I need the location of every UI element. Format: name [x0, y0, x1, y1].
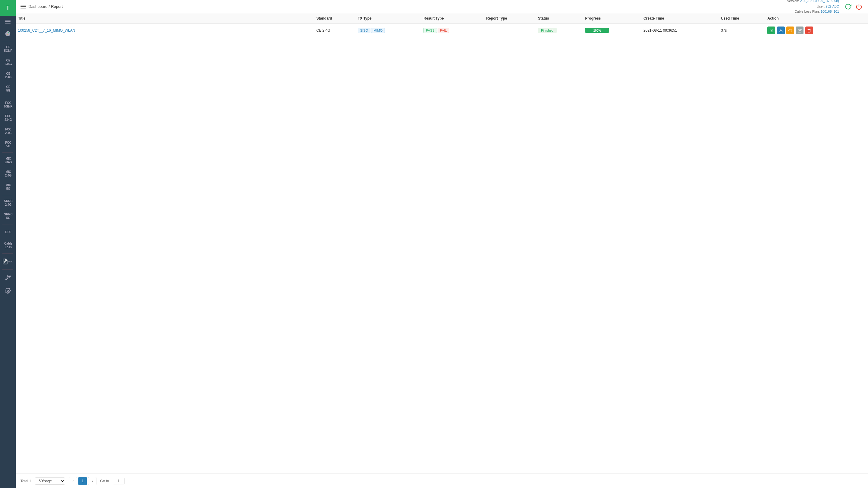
sidebar-item-ce-234g[interactable]: CE234G	[0, 56, 16, 69]
result-type-badge: FAIL	[438, 28, 450, 33]
col-title: Title	[16, 13, 314, 24]
cell-actions	[765, 24, 868, 37]
sidebar-item-mic-234g[interactable]: MIC234G	[0, 154, 16, 167]
table-header-row: Title Standard TX Type Result Type Repor…	[16, 13, 868, 24]
download-button[interactable]	[777, 27, 785, 34]
report-table: Title Standard TX Type Result Type Repor…	[16, 13, 868, 37]
user-label: User:	[817, 4, 825, 8]
header-version-info: Version: 2.0 (2021.09.29_16.02.58) User:…	[787, 0, 839, 14]
total-count: Total 1	[21, 479, 31, 483]
col-tx-type: TX Type	[355, 13, 421, 24]
sidebar-item-settings[interactable]	[0, 284, 16, 297]
cell-status: Finished	[535, 24, 583, 37]
power-button[interactable]	[855, 2, 863, 11]
cable-loss-value[interactable]: 100168_101	[821, 10, 839, 13]
cell-progress: 100%	[583, 24, 641, 37]
tx-type-badge: MIMO	[371, 28, 385, 33]
sidebar-item-tools[interactable]	[0, 271, 16, 284]
goto-label: Go to	[100, 479, 109, 483]
version-label: Version:	[787, 0, 799, 3]
pagination-footer: Total 1 50/page 10/page 20/page 100/page…	[16, 474, 868, 488]
col-create-time: Create Time	[641, 13, 718, 24]
progress-fill: 100%	[585, 28, 609, 33]
main-content: Dashboard / Report Version: 2.0 (2021.09…	[16, 0, 868, 488]
sidebar-item-dfs[interactable]: DFS	[0, 226, 16, 239]
sidebar-item-srrc-24g[interactable]: SRRC2.4G	[0, 196, 16, 210]
user-value[interactable]: 252-ABC	[826, 4, 839, 8]
breadcrumb: Dashboard / Report	[28, 4, 63, 9]
sidebar-item-srrc-5g[interactable]: SRRC5G	[0, 210, 16, 223]
edit-button[interactable]	[796, 27, 804, 34]
col-progress: Progress	[583, 13, 641, 24]
header-menu-icon[interactable]	[21, 5, 26, 8]
cell-title[interactable]: 100258_C24__7_16_MIMO_WLAN	[16, 24, 314, 37]
svg-point-1	[7, 33, 7, 33]
sidebar-item-doc[interactable]: DOC	[0, 255, 16, 268]
per-page-select[interactable]: 50/page 10/page 20/page 100/page	[35, 478, 65, 485]
app-logo: T	[0, 0, 16, 16]
cell-create-time: 2021-08-11 09:36:51	[641, 24, 718, 37]
view-button[interactable]	[767, 27, 775, 34]
cell-tx-type: SISOMIMO	[355, 24, 421, 37]
table-row: 100258_C24__7_16_MIMO_WLAN CE 2.4G SISOM…	[16, 24, 868, 37]
page-navigation: ‹ 1 ›	[69, 477, 96, 485]
sidebar-item-mic-24g[interactable]: MIC2.4G	[0, 167, 16, 181]
refresh-row-button[interactable]	[786, 27, 794, 34]
content-area: Title Standard TX Type Result Type Repor…	[16, 13, 868, 474]
col-report-type: Report Type	[484, 13, 535, 24]
cell-used-time: 37s	[718, 24, 765, 37]
status-badge: Finished	[538, 28, 557, 33]
menu-toggle-icon[interactable]	[0, 16, 16, 28]
report-table-container: Title Standard TX Type Result Type Repor…	[16, 13, 868, 37]
sidebar-item-mic-5g[interactable]: MIC5G	[0, 181, 16, 194]
header-actions	[844, 2, 863, 11]
next-page-button[interactable]: ›	[88, 477, 96, 485]
col-status: Status	[535, 13, 583, 24]
cell-report-type	[484, 24, 535, 37]
sidebar-item-fcc-234g[interactable]: FCC234G	[0, 111, 16, 125]
header: Dashboard / Report Version: 2.0 (2021.09…	[16, 0, 868, 13]
sidebar-item-fcc-24g[interactable]: FCC2.4G	[0, 125, 16, 138]
result-type-badge: PASS	[424, 28, 437, 33]
svg-point-2	[8, 32, 9, 33]
breadcrumb-separator: /	[49, 4, 50, 9]
refresh-button[interactable]	[844, 2, 852, 11]
cell-standard: CE 2.4G	[314, 24, 355, 37]
col-standard: Standard	[314, 13, 355, 24]
cell-result-type: PASSFAIL	[421, 24, 484, 37]
header-left: Dashboard / Report	[21, 4, 63, 9]
sidebar: T CE5GNR CE234G CE2.4G CE5G FCC5GNR FCC2…	[0, 0, 16, 488]
palette-icon[interactable]	[0, 28, 16, 40]
current-page-number: 1	[79, 477, 87, 485]
sidebar-item-ce-24g[interactable]: CE2.4G	[0, 69, 16, 82]
version-value[interactable]: 2.0 (2021.09.29_16.02.58)	[800, 0, 839, 3]
breadcrumb-current: Report	[51, 4, 63, 9]
tx-type-badge: SISO	[358, 28, 370, 33]
sidebar-item-fcc-5g[interactable]: FCC5G	[0, 138, 16, 151]
svg-point-3	[9, 34, 9, 34]
sidebar-item-ce-5gnr[interactable]: CE5GNR	[0, 42, 16, 56]
sidebar-item-cable-loss[interactable]: CableLoss	[0, 239, 16, 252]
col-used-time: Used Time	[718, 13, 765, 24]
cable-loss-label: Cable Loss Plan:	[795, 10, 820, 13]
col-result-type: Result Type	[421, 13, 484, 24]
goto-page-input[interactable]	[113, 478, 125, 484]
header-right: Version: 2.0 (2021.09.29_16.02.58) User:…	[787, 0, 863, 14]
prev-page-button[interactable]: ‹	[69, 477, 77, 485]
sidebar-item-fcc-5gnr[interactable]: FCC5GNR	[0, 98, 16, 111]
svg-point-4	[7, 34, 7, 35]
col-action: Action	[765, 13, 868, 24]
delete-button[interactable]	[805, 27, 813, 34]
svg-point-7	[7, 290, 9, 292]
progress-bar: 100%	[585, 28, 609, 33]
sidebar-item-ce-5g[interactable]: CE5G	[0, 82, 16, 96]
breadcrumb-dashboard[interactable]: Dashboard	[28, 4, 48, 9]
